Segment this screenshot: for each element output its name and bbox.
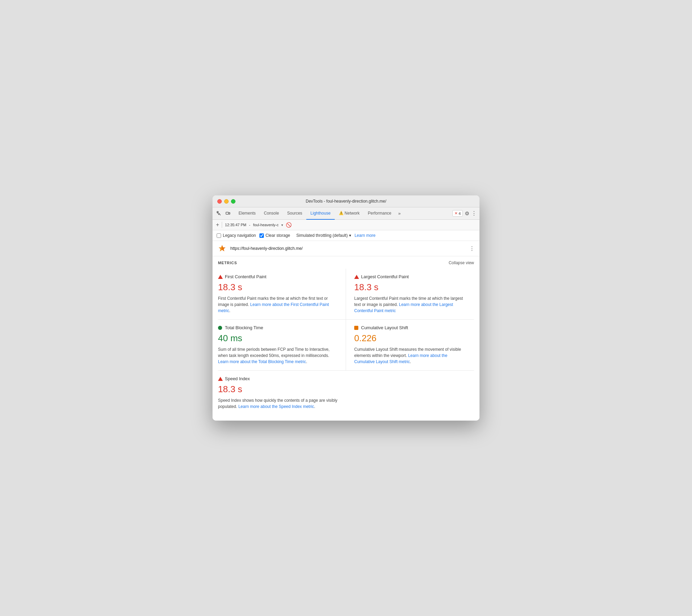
titlebar: DevTools - foul-heavenly-direction.glitc…	[213, 195, 479, 207]
tbt-link[interactable]: Learn more about the Total Blocking Time…	[218, 359, 306, 364]
legacy-nav-label: Legacy navigation	[223, 233, 256, 238]
cls-name: Cumulative Layout Shift	[361, 325, 408, 330]
fcp-name: First Contentful Paint	[225, 274, 266, 279]
fcp-desc: First Contentful Paint marks the time at…	[218, 295, 337, 314]
cls-link[interactable]: Learn more about the Cumulative Layout S…	[354, 353, 447, 364]
cls-indicator	[354, 326, 358, 330]
devtools-window: DevTools - foul-heavenly-direction.glitc…	[213, 195, 479, 421]
metric-cls: Cumulative Layout Shift 0.226 Cumulative…	[346, 320, 474, 371]
add-button[interactable]: +	[216, 222, 219, 228]
metric-lcp-header: Largest Contentful Paint	[354, 274, 469, 279]
tab-sources[interactable]: Sources	[283, 207, 306, 220]
fcp-indicator	[218, 275, 222, 279]
throttle-dropdown[interactable]: Simulated throttling (default) ▾	[296, 233, 351, 238]
maximize-button[interactable]	[231, 199, 235, 204]
lcp-desc: Largest Contentful Paint marks the time …	[354, 295, 469, 314]
stop-icon[interactable]: 🚫	[286, 222, 292, 228]
more-options-button[interactable]: ⋮	[471, 210, 477, 217]
lighthouse-icon	[217, 244, 227, 253]
error-icon: ✕	[454, 211, 458, 216]
throttle-dropdown-icon: ▾	[349, 233, 351, 238]
lcp-value: 18.3 s	[354, 282, 469, 293]
svg-rect-1	[226, 212, 229, 214]
lcp-name: Largest Contentful Paint	[361, 274, 409, 279]
fcp-link[interactable]: Learn more about the First Contentful Pa…	[218, 302, 329, 313]
tab-console[interactable]: Console	[260, 207, 283, 220]
toolbar-divider	[222, 222, 222, 228]
settings-button[interactable]: ⚙	[465, 210, 469, 217]
device-icon[interactable]	[224, 210, 232, 217]
cls-desc: Cumulative Layout Shift measures the mov…	[354, 346, 469, 365]
metrics-grid: First Contentful Paint 18.3 s First Cont…	[218, 269, 474, 415]
throttle-label: Simulated throttling (default)	[296, 233, 348, 238]
url-short: foul-heavenly-c	[253, 223, 279, 227]
tabs-more-button[interactable]: »	[397, 209, 402, 217]
metric-si: Speed Index 18.3 s Speed Index shows how…	[218, 371, 346, 415]
cls-value: 0.226	[354, 333, 469, 344]
toolbar: + 12:35:47 PM - foul-heavenly-c ▾ 🚫	[213, 220, 479, 230]
inspect-icon[interactable]	[215, 210, 223, 217]
window-controls	[217, 199, 235, 204]
lcp-link[interactable]: Learn more about the Largest Contentful …	[354, 302, 453, 313]
close-button[interactable]	[217, 199, 222, 204]
si-value: 18.3 s	[218, 384, 338, 395]
network-warning-icon: ⚠️	[339, 211, 344, 215]
time-display: 12:35:47 PM	[225, 223, 246, 227]
url-more-button[interactable]: ⋮	[469, 245, 475, 252]
clear-storage-option: Clear storage	[259, 233, 290, 238]
tab-elements[interactable]: Elements	[234, 207, 260, 220]
tbt-name: Total Blocking Time	[225, 325, 263, 330]
clear-storage-label: Clear storage	[266, 233, 290, 238]
options-bar: Legacy navigation Clear storage Simulate…	[213, 230, 479, 241]
tab-performance[interactable]: Performance	[364, 207, 396, 220]
metric-cls-header: Cumulative Layout Shift	[354, 325, 469, 330]
metrics-header: METRICS Collapse view	[218, 256, 474, 269]
metric-fcp: First Contentful Paint 18.3 s First Cont…	[218, 269, 346, 320]
svg-rect-2	[229, 213, 230, 214]
si-indicator	[218, 377, 222, 381]
collapse-view-button[interactable]: Collapse view	[449, 260, 474, 265]
legacy-nav-option: Legacy navigation	[217, 233, 256, 238]
minimize-button[interactable]	[224, 199, 229, 204]
url-bar: https://foul-heavenly-direction.glitch.m…	[213, 241, 479, 256]
metric-tbt: Total Blocking Time 40 ms Sum of all tim…	[218, 320, 346, 371]
metric-fcp-header: First Contentful Paint	[218, 274, 337, 279]
si-link[interactable]: Learn more about the Speed Index metric	[238, 404, 314, 409]
tbt-indicator	[218, 326, 222, 330]
tab-tool-icons	[215, 210, 232, 217]
toolbar-dash: -	[249, 223, 251, 227]
fcp-value: 18.3 s	[218, 282, 337, 293]
url-dropdown[interactable]: ▾	[281, 223, 283, 227]
tab-network[interactable]: ⚠️ Network	[335, 207, 364, 220]
learn-more-link[interactable]: Learn more	[355, 233, 375, 238]
metrics-label: METRICS	[218, 261, 237, 265]
tab-lighthouse[interactable]: Lighthouse	[306, 207, 335, 220]
metric-lcp: Largest Contentful Paint 18.3 s Largest …	[346, 269, 474, 320]
si-desc: Speed Index shows how quickly the conten…	[218, 397, 338, 410]
metric-si-header: Speed Index	[218, 376, 338, 381]
window-title: DevTools - foul-heavenly-direction.glitc…	[306, 199, 386, 204]
url-display: https://foul-heavenly-direction.glitch.m…	[230, 246, 466, 251]
legacy-nav-checkbox[interactable]	[217, 233, 221, 238]
tbt-desc: Sum of all time periods between FCP and …	[218, 346, 337, 365]
tbt-value: 40 ms	[218, 333, 337, 344]
error-badge[interactable]: ✕ 4	[452, 210, 463, 217]
content-area: METRICS Collapse view First Contentful P…	[213, 256, 479, 421]
devtools-tabs: Elements Console Sources Lighthouse ⚠️ N…	[213, 207, 479, 220]
clear-storage-checkbox[interactable]	[259, 233, 264, 238]
si-name: Speed Index	[225, 376, 250, 381]
metric-tbt-header: Total Blocking Time	[218, 325, 337, 330]
lcp-indicator	[354, 275, 358, 279]
tabs-right-controls: ✕ 4 ⚙ ⋮	[452, 210, 477, 217]
